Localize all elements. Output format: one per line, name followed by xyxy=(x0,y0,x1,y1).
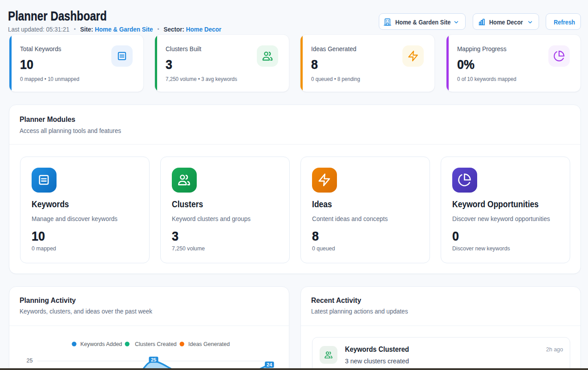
svg-text:Clusters Created: Clusters Created xyxy=(135,341,177,347)
svg-text:25: 25 xyxy=(27,358,33,364)
svg-text:25: 25 xyxy=(151,357,156,362)
svg-text:24: 24 xyxy=(267,362,272,367)
svg-text:Keywords Added: Keywords Added xyxy=(81,341,122,347)
svg-text:Ideas Generated: Ideas Generated xyxy=(188,341,230,347)
